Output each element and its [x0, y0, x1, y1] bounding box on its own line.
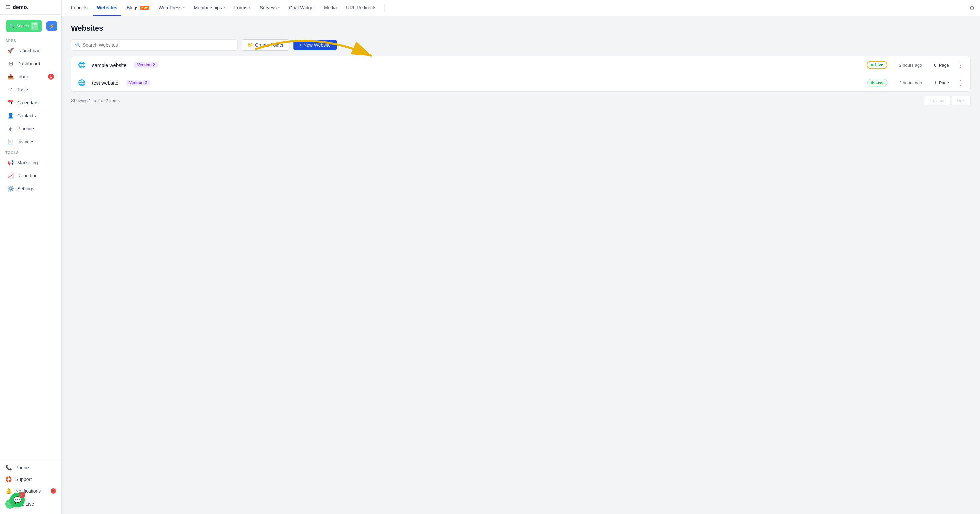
phone-icon: 📞 — [5, 464, 12, 471]
search-icon: 🔍 — [10, 24, 14, 29]
more-options-icon[interactable]: ⋮ — [957, 79, 964, 87]
websites-table: 🌐 sample website Version 2 Live 2 hours … — [71, 56, 970, 92]
sidebar-item-label: Inbox — [18, 74, 29, 79]
tasks-icon: ✓ — [7, 86, 14, 93]
folder-icon: 📁 — [247, 42, 253, 48]
sidebar-item-invoices[interactable]: 🧾 Invoices — [2, 135, 59, 148]
sidebar-item-reporting[interactable]: 📈 Reporting — [2, 169, 59, 182]
globe-icon: 🌐 — [78, 79, 85, 86]
quick-search-bar[interactable]: 🔍 Search ctrl K — [6, 20, 42, 32]
sidebar-logo-area: ☰ demo. — [0, 0, 61, 15]
website-name: sample website — [92, 62, 126, 68]
nav-item-surveys[interactable]: Surveys ▾ — [256, 0, 284, 16]
sidebar-bottom-label: Phone — [15, 465, 29, 470]
sidebar-item-notifications[interactable]: 🔔 Notifications 8 — [0, 485, 61, 497]
new-badge: New — [140, 6, 150, 10]
nav-item-funnels[interactable]: Funnels — [67, 0, 92, 16]
nav-label: Media — [324, 5, 337, 10]
sidebar-item-contacts[interactable]: 👤 Contacts — [2, 109, 59, 122]
pipeline-icon: ◈ — [7, 125, 14, 132]
sidebar-item-support[interactable]: 🛟 Support — [0, 473, 61, 485]
sidebar-bottom-label: Support — [15, 477, 32, 482]
lightning-button[interactable]: ⚡ — [46, 21, 57, 31]
status-badge-live: Live — [867, 79, 887, 86]
nav-item-chat-widget[interactable]: Chat Widget — [285, 0, 319, 16]
nav-item-url-redirects[interactable]: URL Redirects — [342, 0, 380, 16]
nav-item-memberships[interactable]: Memberships ▾ — [190, 0, 229, 16]
sidebar-item-label: Marketing — [18, 160, 38, 165]
settings-icon: ⚙️ — [7, 185, 14, 192]
nav-item-blogs[interactable]: Blogs New — [123, 0, 153, 16]
sidebar-item-pipeline[interactable]: ◈ Pipeline — [2, 122, 59, 135]
status-dot — [871, 63, 873, 66]
nav-item-wordpress[interactable]: WordPress ▾ — [155, 0, 189, 16]
page-count: 1 Page — [934, 80, 949, 85]
previous-button[interactable]: Previous — [924, 96, 951, 105]
nav-item-media[interactable]: Media — [320, 0, 341, 16]
time-ago: 2 hours ago — [899, 63, 922, 68]
sidebar-item-label: Launchpad — [18, 48, 40, 53]
toolbar: 🔍 📁 Create Folder + New Website — [71, 39, 970, 51]
sidebar-item-profile[interactable]: G Go Live — [0, 497, 61, 511]
support-icon: 🛟 — [5, 476, 12, 482]
version-badge: Version 2 — [126, 80, 150, 86]
sidebar-item-calendars[interactable]: 📅 Calendars — [2, 96, 59, 109]
status-label: Live — [875, 63, 883, 67]
sidebar-item-tasks[interactable]: ✓ Tasks — [2, 83, 59, 96]
sidebar-item-inbox[interactable]: 📥 Inbox 1 — [2, 70, 59, 82]
notifications-icon: 🔔 — [5, 488, 12, 494]
status-badge-live: Live — [867, 61, 887, 69]
contacts-icon: 👤 — [7, 112, 14, 119]
sidebar-item-marketing[interactable]: 📢 Marketing — [2, 156, 59, 169]
sidebar-item-launchpad[interactable]: 🚀 Launchpad — [2, 44, 59, 57]
sidebar-item-label: Calendars — [18, 100, 39, 105]
app-logo: demo. — [13, 4, 29, 10]
sidebar-item-settings[interactable]: ⚙️ Settings — [2, 182, 59, 195]
page-title: Websites — [71, 24, 970, 33]
tools-section-label: Tools — [0, 148, 61, 156]
table-row[interactable]: 🌐 test website Version 2 Live 2 hours ag… — [72, 74, 970, 91]
sidebar-item-label: Invoices — [18, 139, 34, 144]
nav-label: Chat Widget — [289, 5, 315, 10]
table-row[interactable]: 🌐 sample website Version 2 Live 2 hours … — [72, 56, 970, 74]
nav-label: WordPress — [159, 5, 182, 10]
nav-label: Memberships — [194, 5, 222, 10]
sidebar-item-phone[interactable]: 📞 Phone — [0, 462, 61, 473]
launchpad-icon: 🚀 — [7, 48, 14, 54]
new-website-button[interactable]: + New Website — [293, 40, 337, 50]
search-wrap: 🔍 — [71, 39, 238, 51]
content-area: Websites 🔍 📁 Create Folder + New Website… — [62, 16, 980, 514]
nav-label: Forms — [234, 5, 248, 10]
pagination: Previous Next — [924, 96, 970, 105]
status-label: Live — [875, 80, 883, 85]
search-input[interactable] — [71, 39, 238, 51]
nav-label: Surveys — [260, 5, 277, 10]
menu-toggle-icon[interactable]: ☰ — [5, 4, 10, 10]
chat-widget-bubble[interactable]: 💬 8 — [10, 493, 25, 507]
chevron-down-icon: ▾ — [249, 6, 250, 10]
nav-item-forms[interactable]: Forms ▾ — [231, 0, 255, 16]
chat-badge: 8 — [19, 492, 25, 498]
sidebar-item-label: Reporting — [18, 173, 38, 178]
create-folder-button[interactable]: 📁 Create Folder — [242, 39, 290, 51]
main-area: Funnels Websites Blogs New WordPress ▾ M… — [62, 0, 980, 514]
globe-icon: 🌐 — [78, 61, 85, 69]
time-ago: 2 hours ago — [899, 80, 922, 85]
next-button[interactable]: Next — [951, 96, 970, 105]
sidebar-item-dashboard[interactable]: ⊞ Dashboard — [2, 57, 59, 70]
nav-label: Blogs — [127, 5, 138, 10]
sidebar-item-label: Settings — [18, 186, 34, 191]
more-options-icon[interactable]: ⋮ — [957, 61, 964, 69]
table-footer: Showing 1 to 2 of 2 items Previous Next — [71, 92, 970, 107]
sidebar: ☰ demo. 🔍 Search ctrl K ⚡ Apps 🚀 Launchp… — [0, 0, 62, 514]
nav-label: URL Redirects — [346, 5, 377, 10]
chevron-down-icon: ▾ — [278, 6, 280, 10]
sidebar-item-label: Dashboard — [18, 61, 40, 66]
search-shortcut: ctrl K — [31, 22, 38, 30]
gear-icon[interactable]: ⚙ — [969, 4, 975, 12]
sidebar-item-label: Contacts — [18, 113, 36, 118]
invoices-icon: 🧾 — [7, 138, 14, 145]
nav-item-websites[interactable]: Websites — [93, 0, 121, 16]
page-count: 0 Page — [934, 63, 949, 68]
showing-text: Showing 1 to 2 of 2 items — [71, 98, 120, 103]
